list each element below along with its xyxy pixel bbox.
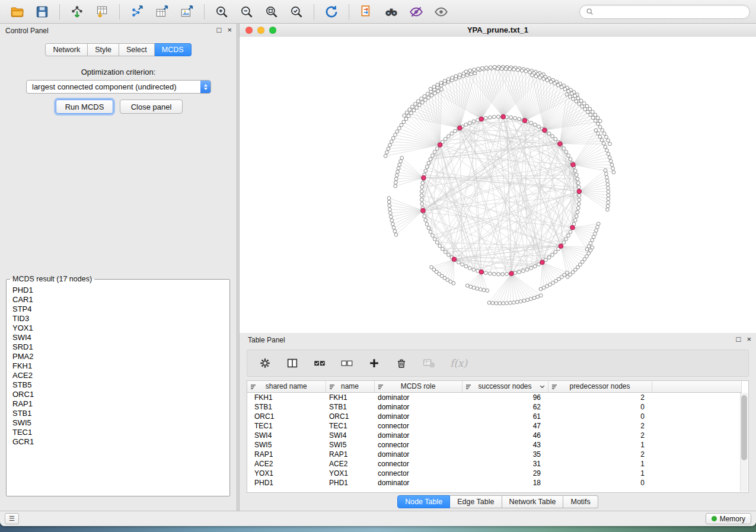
graph-node[interactable]: [518, 270, 521, 274]
network-view-titlebar[interactable]: YPA_prune.txt_1: [240, 24, 756, 37]
graph-node[interactable]: [607, 139, 610, 142]
graph-node[interactable]: [441, 247, 444, 251]
graph-node[interactable]: [596, 132, 600, 135]
graph-node[interactable]: [477, 67, 480, 70]
tab-network[interactable]: Network: [45, 43, 88, 56]
graph-node[interactable]: [412, 108, 416, 112]
graph-node[interactable]: [611, 167, 615, 171]
table-row[interactable]: PHD1PHD1dominator180: [247, 478, 741, 488]
graph-hub-node[interactable]: [543, 128, 547, 133]
graph-node[interactable]: [544, 258, 548, 262]
graph-node[interactable]: [509, 116, 513, 119]
graph-node[interactable]: [391, 136, 395, 140]
graph-hub-node[interactable]: [479, 270, 484, 274]
graph-node[interactable]: [515, 300, 519, 304]
mcds-result-list[interactable]: PHD1CAR1STP4TID3YOX1SWI4SRD1PMA2FKH1ACE2…: [7, 283, 229, 496]
graph-node[interactable]: [447, 253, 451, 257]
graph-node[interactable]: [607, 194, 610, 197]
graph-node[interactable]: [439, 81, 443, 85]
graph-node[interactable]: [605, 175, 609, 179]
graph-node[interactable]: [600, 138, 604, 142]
graph-node[interactable]: [435, 147, 439, 150]
graph-node[interactable]: [497, 273, 500, 276]
mcds-result-item[interactable]: STP4: [12, 305, 229, 314]
graph-node[interactable]: [553, 82, 556, 85]
graph-node[interactable]: [390, 140, 393, 143]
graph-node[interactable]: [569, 158, 572, 161]
graph-node[interactable]: [436, 83, 439, 86]
graph-node[interactable]: [438, 244, 442, 248]
graph-node[interactable]: [480, 66, 484, 70]
graph-node[interactable]: [577, 185, 580, 189]
mcds-result-item[interactable]: TEC1: [12, 428, 229, 437]
graph-node[interactable]: [516, 68, 520, 72]
graph-node[interactable]: [513, 116, 517, 120]
graph-node[interactable]: [388, 143, 392, 147]
graph-node[interactable]: [580, 105, 584, 108]
graph-node[interactable]: [395, 174, 398, 177]
graph-node[interactable]: [564, 150, 568, 154]
graph-node[interactable]: [452, 281, 455, 285]
graph-node[interactable]: [521, 269, 525, 273]
tab-mcds[interactable]: MCDS: [155, 43, 192, 56]
graph-node[interactable]: [612, 171, 615, 174]
graph-node[interactable]: [577, 202, 580, 206]
graph-node[interactable]: [390, 219, 394, 222]
run-mcds-button[interactable]: Run MCDS: [56, 100, 113, 114]
tab-style[interactable]: Style: [88, 43, 119, 56]
graph-node[interactable]: [522, 299, 526, 303]
delete-table-button[interactable]: [419, 354, 438, 373]
graph-node[interactable]: [446, 78, 450, 81]
graph-node[interactable]: [591, 116, 595, 120]
graph-node[interactable]: [427, 96, 430, 100]
graph-node[interactable]: [429, 158, 432, 161]
graph-node[interactable]: [394, 177, 398, 181]
graph-node[interactable]: [570, 92, 573, 95]
table-row[interactable]: ORC1ORC1dominator610: [247, 412, 741, 421]
graph-node[interactable]: [433, 150, 436, 154]
graph-hub-node[interactable]: [577, 189, 582, 194]
graph-node[interactable]: [387, 197, 391, 200]
graph-node[interactable]: [397, 127, 401, 130]
table-row[interactable]: STB1STB1dominator620: [247, 402, 741, 412]
graph-node[interactable]: [591, 238, 594, 242]
graph-node[interactable]: [484, 66, 488, 69]
close-panel-icon[interactable]: ×: [747, 335, 751, 344]
graph-node[interactable]: [567, 234, 570, 238]
graph-node[interactable]: [427, 161, 430, 165]
graph-node[interactable]: [560, 85, 563, 89]
table-row[interactable]: FKH1FKH1dominator962: [247, 393, 741, 403]
graph-node[interactable]: [608, 142, 612, 146]
graph-node[interactable]: [429, 87, 432, 91]
graph-node[interactable]: [531, 73, 534, 77]
graph-node[interactable]: [606, 183, 610, 187]
zoom-in-button[interactable]: [210, 2, 233, 21]
graph-node[interactable]: [443, 79, 446, 83]
show-all-button[interactable]: [430, 2, 452, 21]
column-header-predecessor-nodes[interactable]: predecessor nodes: [548, 381, 652, 393]
mcds-result-item[interactable]: ACE2: [12, 371, 229, 380]
graph-node[interactable]: [576, 181, 580, 185]
graph-node[interactable]: [472, 268, 476, 271]
graph-node[interactable]: [424, 219, 428, 222]
graph-node[interactable]: [420, 202, 424, 206]
graph-node[interactable]: [492, 273, 496, 276]
graph-node[interactable]: [554, 137, 557, 141]
graph-node[interactable]: [604, 172, 608, 176]
graph-node[interactable]: [415, 106, 419, 110]
mcds-result-item[interactable]: ORC1: [12, 390, 229, 399]
graph-node[interactable]: [393, 133, 397, 137]
graph-node[interactable]: [607, 201, 610, 204]
graph-node[interactable]: [431, 154, 435, 158]
mcds-result-item[interactable]: TID3: [12, 314, 229, 323]
graph-node[interactable]: [598, 126, 602, 129]
graph-node[interactable]: [578, 198, 581, 201]
table-row[interactable]: SWI5SWI5connector431: [247, 440, 741, 450]
tab-node-table[interactable]: Node Table: [397, 495, 450, 508]
graph-node[interactable]: [424, 169, 428, 172]
mcds-result-item[interactable]: SWI4: [12, 333, 229, 342]
graph-node[interactable]: [487, 301, 491, 305]
graph-node[interactable]: [429, 230, 432, 233]
memory-button[interactable]: Memory: [706, 513, 751, 524]
graph-node[interactable]: [420, 97, 423, 101]
